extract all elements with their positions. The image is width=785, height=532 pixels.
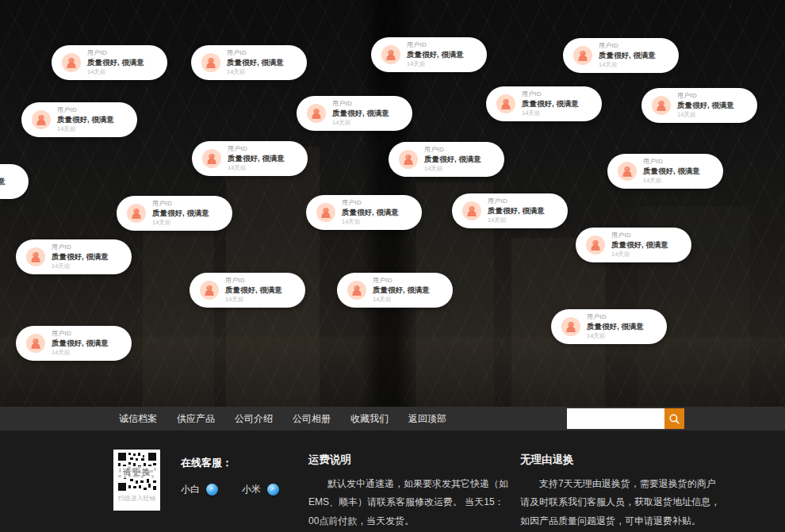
review-user-id: 用户ID: [52, 243, 109, 251]
user-avatar-icon: [316, 203, 335, 222]
review-comment: 质量很好, 很满意: [57, 115, 114, 124]
review-texts: 用户ID 质量很好, 很满意 14天前: [373, 277, 430, 303]
review-bubble: 用户ID 质量很好, 很满意 14天前: [192, 141, 308, 176]
review-bubble: 用户ID 质量很好, 很满意 14天前: [641, 88, 757, 123]
review-bubble: 用户ID 质量很好, 很满意 14天前: [486, 86, 602, 121]
review-texts: 用户ID 质量很好, 很满意 14天前: [52, 330, 109, 356]
review-comment: 质量很好, 很满意: [87, 58, 144, 67]
review-comment: 质量很好, 很满意: [227, 58, 284, 67]
review-bubble: 用户ID 质量很好, 很满意 14天前: [52, 45, 167, 80]
review-texts: 用户ID 质量很好, 很满意 14天前: [152, 200, 209, 226]
review-comment: 质量很好, 很满意: [643, 166, 700, 176]
review-texts: 用户ID 质量很好, 很满意 14天前: [424, 146, 481, 172]
review-texts: 用户ID 质量很好, 很满意 14天前: [227, 49, 284, 75]
review-user-id: 用户ID: [57, 106, 114, 114]
review-texts: 用户ID 质量很好, 很满意 14天前: [332, 100, 389, 126]
user-avatar-icon: [200, 281, 219, 300]
review-comment: 质量很好, 很满意: [342, 208, 399, 217]
review-texts: 用户ID 质量很好, 很满意 14天前: [87, 49, 144, 75]
review-comment: 质量很好, 很满意: [0, 177, 6, 186]
footer: 请更换 扫描进入旺铺 在线客服： 小白 小米: [0, 431, 785, 532]
review-user-id: 用户ID: [52, 330, 109, 338]
review-time: 14天前: [52, 262, 109, 270]
user-avatar-icon: [202, 149, 221, 168]
nav-item-products[interactable]: 供应产品: [177, 412, 215, 426]
agent-name: 小白: [181, 483, 200, 496]
online-service-title: 在线客服：: [181, 456, 279, 470]
user-avatar-icon: [399, 150, 418, 169]
user-avatar-icon: [62, 53, 81, 72]
review-time: 14天前: [599, 61, 656, 68]
review-time: 14天前: [643, 177, 700, 184]
agent-xiaomi[interactable]: 小米: [242, 483, 279, 496]
return-policy-title: 无理由退换: [520, 453, 721, 467]
review-bubble: 用户ID 质量很好, 很满意 14天前: [563, 38, 679, 73]
search-box: [567, 408, 684, 429]
review-bubble: 用户ID 质量很好, 很满意 14天前: [371, 37, 487, 72]
review-time: 14天前: [522, 109, 579, 117]
user-avatar-icon: [26, 247, 45, 266]
review-time: 14天前: [227, 68, 284, 75]
review-bubble: 用户ID 质量很好, 很满意 14天前: [117, 196, 232, 231]
search-input[interactable]: [567, 408, 664, 429]
nav-item-favorite-us[interactable]: 收藏我们: [350, 412, 389, 426]
review-texts: 用户ID 质量很好, 很满意 14天前: [228, 145, 285, 171]
review-bubble: 用户ID 质量很好, 很满意 14天前: [389, 142, 504, 177]
review-user-id: 用户ID: [87, 49, 144, 57]
user-avatar-icon: [307, 104, 326, 123]
user-avatar-icon: [652, 96, 671, 115]
qr-placeholder-text: 请更换: [118, 466, 156, 478]
nav-item-credit-file[interactable]: 诚信档案: [119, 412, 157, 426]
review-time: 14天前: [57, 125, 114, 132]
wangwang-chat-icon: [267, 484, 279, 496]
nav-item-company-intro[interactable]: 公司介绍: [235, 412, 273, 426]
review-bubble: 用户ID 质量很好, 很满意 14天前: [190, 273, 305, 308]
user-avatar-icon: [586, 235, 605, 255]
nav-item-company-album[interactable]: 公司相册: [293, 412, 331, 426]
bottom-navbar: 诚信档案 供应产品 公司介绍 公司相册 收藏我们 返回顶部: [0, 407, 785, 431]
review-bubble: 用户ID 质量很好, 很满意 14天前: [16, 239, 132, 274]
user-avatar-icon: [618, 162, 637, 181]
review-bubble: 用户ID 质量很好, 很满意 14天前: [306, 195, 422, 230]
review-user-id: 用户ID: [488, 197, 545, 205]
review-time: 14天前: [52, 349, 109, 356]
nav-item-back-to-top[interactable]: 返回顶部: [408, 412, 446, 426]
review-texts: 用户ID 质量很好, 很满意 14天前: [52, 243, 109, 270]
review-bubble: 用户ID 质量很好, 很满意 14天前: [297, 96, 412, 131]
user-avatar-icon: [26, 334, 45, 353]
return-policy-body: 支持7天无理由退换货，需要退换货的商户请及时联系我们客服人员，获取退货地址信息，…: [520, 475, 721, 530]
review-time: 14天前: [488, 216, 545, 224]
review-comment: 质量很好, 很满意: [332, 109, 389, 118]
review-texts: 用户ID 质量很好, 很满意 14天前: [599, 42, 656, 68]
review-comment: 质量很好, 很满意: [488, 206, 545, 216]
review-user-id: 用户ID: [228, 145, 285, 153]
review-texts: 用户ID 质量很好, 很满意 14天前: [488, 197, 545, 224]
review-user-id: 用户ID: [677, 92, 734, 100]
review-comment: 质量很好, 很满意: [228, 154, 285, 163]
review-time: 14天前: [152, 219, 209, 226]
agent-xiaobai[interactable]: 小白: [181, 483, 218, 496]
review-user-id: 用户ID: [407, 41, 464, 49]
user-avatar-icon: [127, 204, 146, 223]
user-avatar-icon: [201, 53, 220, 72]
review-time: 14天前: [0, 187, 6, 194]
review-texts: 用户ID 质量很好, 很满意 14天前: [0, 168, 6, 194]
online-service-section: 在线客服： 小白 小米: [181, 456, 279, 496]
review-time: 14天前: [611, 251, 668, 258]
review-texts: 用户ID 质量很好, 很满意 14天前: [225, 277, 282, 303]
qr-code-image: 请更换: [118, 453, 156, 491]
review-user-id: 用户ID: [643, 158, 700, 166]
review-user-id: 用户ID: [587, 313, 644, 321]
review-user-id: 用户ID: [373, 277, 430, 285]
review-user-id: 用户ID: [424, 146, 481, 154]
shipping-info-body: 默认发中通速递，如果要求发其它快递（如EMS、顺丰）请联系客服修改运费。 当天1…: [308, 475, 514, 530]
review-time: 14天前: [373, 296, 430, 303]
review-user-id: 用户ID: [522, 90, 579, 98]
qr-caption: 扫描进入旺铺: [118, 494, 156, 503]
return-policy-section: 无理由退换 支持7天无理由退换货，需要退换货的商户请及时联系我们客服人员，获取退…: [520, 453, 721, 530]
search-button[interactable]: [664, 408, 684, 429]
review-time: 14天前: [677, 111, 734, 118]
review-user-id: 用户ID: [342, 199, 399, 207]
review-bubble: 用户ID 质量很好, 很满意 14天前: [191, 45, 307, 80]
user-avatar-icon: [496, 94, 515, 113]
